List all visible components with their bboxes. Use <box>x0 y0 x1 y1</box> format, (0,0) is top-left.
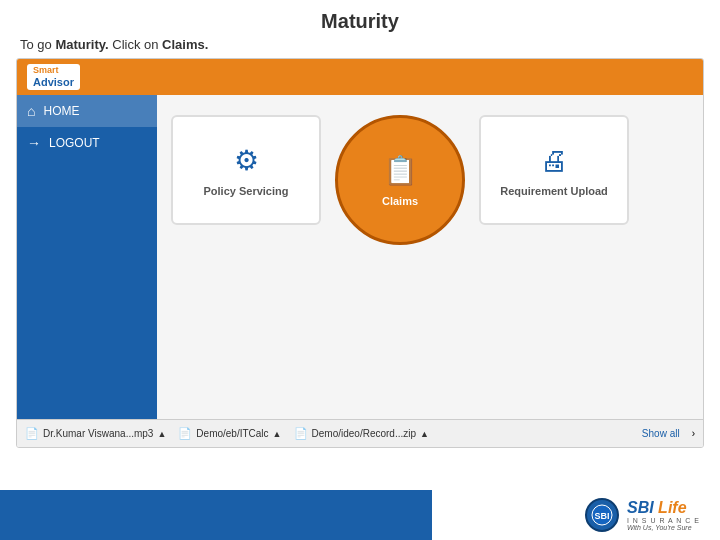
sidebar-item-home[interactable]: ⌂ HOME <box>17 95 157 127</box>
sidebar-item-logout[interactable]: → LOGOUT <box>17 127 157 159</box>
main-panel: ⚙ Policy Servicing 📋 Claims 🖨 Requiremen… <box>157 95 703 419</box>
sbi-tagline-text: With Us, You're Sure <box>627 524 700 531</box>
sidebar-item-home-label: HOME <box>43 104 79 118</box>
sbi-text-block: SBI Life I N S U R A N C E With Us, You'… <box>627 499 700 531</box>
card-policy-servicing-label: Policy Servicing <box>204 185 289 197</box>
card-policy-servicing[interactable]: ⚙ Policy Servicing <box>171 115 321 225</box>
card-claims[interactable]: 📋 Claims <box>335 115 465 245</box>
downloads-bar: 📄 Dr.Kumar Viswana...mp3 ▲ 📄 Demo/eb/ITC… <box>17 419 703 447</box>
download-item-2[interactable]: 📄 Demo/ideo/Record...zip ▲ <box>294 427 429 440</box>
download-file-icon-2: 📄 <box>294 427 308 440</box>
logo-smart: Smart <box>33 66 74 76</box>
home-icon: ⌂ <box>27 103 35 119</box>
footer-branding: SBI SBI Life I N S U R A N C E With Us, … <box>0 490 720 540</box>
sbi-logo-circle: SBI <box>585 498 619 532</box>
page-subtitle: To go Maturity. Click on Claims. <box>0 37 720 58</box>
sbi-sub-text: I N S U R A N C E <box>627 517 700 524</box>
download-chevron-0: ▲ <box>157 429 166 439</box>
svg-text:SBI: SBI <box>594 511 609 521</box>
download-label-2: Demo/ideo/Record...zip <box>312 428 417 439</box>
browser-window: Smart Advisor ⌂ HOME → LOGOUT ⚙ Policy S… <box>16 58 704 448</box>
download-file-icon-1: 📄 <box>178 427 192 440</box>
card-requirement-upload-label: Requirement Upload <box>500 185 608 197</box>
policy-servicing-icon: ⚙ <box>234 144 259 177</box>
browser-body: ⌂ HOME → LOGOUT ⚙ Policy Servicing 📋 Cla… <box>17 95 703 419</box>
download-item-0[interactable]: 📄 Dr.Kumar Viswana...mp3 ▲ <box>25 427 166 440</box>
footer-sbi: SBI SBI Life I N S U R A N C E With Us, … <box>585 498 700 532</box>
logout-icon: → <box>27 135 41 151</box>
download-item-1[interactable]: 📄 Demo/eb/ITCalc ▲ <box>178 427 281 440</box>
show-all-arrow: › <box>692 428 695 439</box>
download-chevron-2: ▲ <box>420 429 429 439</box>
subtitle-prefix: To go <box>20 37 55 52</box>
logo-area: Smart Advisor <box>27 64 80 90</box>
download-file-icon-0: 📄 <box>25 427 39 440</box>
card-claims-label: Claims <box>382 195 418 207</box>
page-header: Maturity <box>0 0 720 37</box>
show-all-button[interactable]: Show all <box>642 428 680 439</box>
page-title: Maturity <box>0 10 720 33</box>
download-chevron-1: ▲ <box>273 429 282 439</box>
subtitle-middle: Click on <box>109 37 162 52</box>
requirement-upload-icon: 🖨 <box>540 144 568 177</box>
claims-icon: 📋 <box>383 154 418 187</box>
browser-topbar: Smart Advisor <box>17 59 703 95</box>
sidebar-item-logout-label: LOGOUT <box>49 136 100 150</box>
sbi-main-text: SBI Life <box>627 499 700 517</box>
card-requirement-upload[interactable]: 🖨 Requirement Upload <box>479 115 629 225</box>
logo-advisor: Advisor <box>33 76 74 88</box>
download-label-1: Demo/eb/ITCalc <box>196 428 268 439</box>
download-label-0: Dr.Kumar Viswana...mp3 <box>43 428 153 439</box>
sidebar: ⌂ HOME → LOGOUT <box>17 95 157 419</box>
subtitle-bold1: Maturity. <box>55 37 108 52</box>
subtitle-bold2: Claims. <box>162 37 208 52</box>
